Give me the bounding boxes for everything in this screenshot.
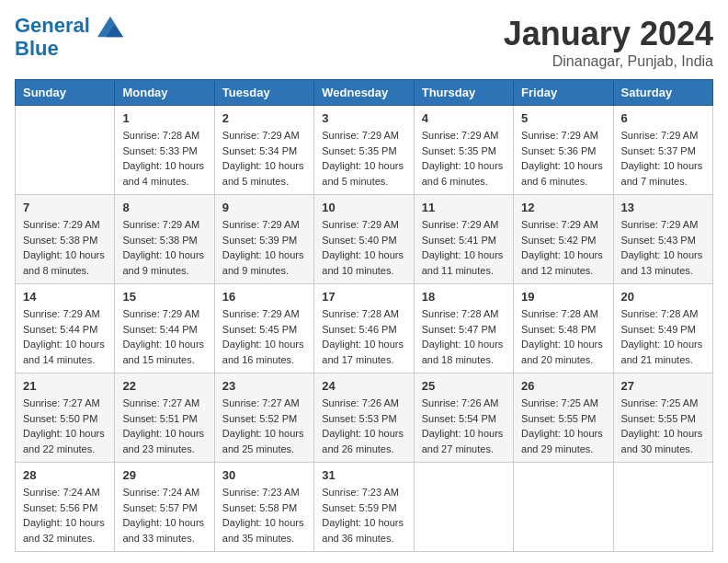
- day-cell: 26Sunrise: 7:25 AMSunset: 5:55 PMDayligh…: [514, 373, 613, 463]
- day-detail: Sunrise: 7:29 AMSunset: 5:43 PMDaylight:…: [621, 217, 705, 278]
- calendar-header: SundayMondayTuesdayWednesdayThursdayFrid…: [16, 80, 713, 106]
- day-detail: Sunrise: 7:26 AMSunset: 5:53 PMDaylight:…: [322, 396, 405, 456]
- day-detail: Sunrise: 7:28 AMSunset: 5:48 PMDaylight:…: [521, 306, 605, 367]
- logo-line2: Blue: [15, 38, 123, 60]
- day-detail: Sunrise: 7:29 AMSunset: 5:34 PMDaylight:…: [222, 128, 306, 189]
- day-number: 18: [422, 290, 506, 304]
- logo: General Blue: [15, 15, 123, 60]
- column-header-friday: Friday: [514, 80, 613, 106]
- day-number: 11: [422, 201, 506, 214]
- day-cell: 5Sunrise: 7:29 AMSunset: 5:36 PMDaylight…: [514, 106, 613, 195]
- day-number: 14: [23, 290, 107, 304]
- day-cell: 3Sunrise: 7:29 AMSunset: 5:35 PMDaylight…: [314, 106, 414, 195]
- day-detail: Sunrise: 7:28 AMSunset: 5:49 PMDaylight:…: [621, 306, 705, 367]
- day-cell: 24Sunrise: 7:26 AMSunset: 5:53 PMDayligh…: [314, 373, 414, 463]
- day-number: 30: [222, 468, 306, 482]
- day-number: 6: [621, 111, 705, 125]
- day-detail: Sunrise: 7:29 AMSunset: 5:45 PMDaylight:…: [222, 306, 306, 367]
- day-number: 28: [23, 468, 107, 482]
- day-detail: Sunrise: 7:28 AMSunset: 5:46 PMDaylight:…: [322, 306, 405, 367]
- day-detail: Sunrise: 7:29 AMSunset: 5:35 PMDaylight:…: [422, 128, 506, 189]
- day-cell: 20Sunrise: 7:28 AMSunset: 5:49 PMDayligh…: [613, 284, 712, 373]
- day-cell: 8Sunrise: 7:29 AMSunset: 5:38 PMDaylight…: [115, 195, 214, 284]
- day-cell: 19Sunrise: 7:28 AMSunset: 5:48 PMDayligh…: [514, 284, 613, 373]
- day-detail: Sunrise: 7:23 AMSunset: 5:58 PMDaylight:…: [222, 485, 306, 546]
- column-header-thursday: Thursday: [414, 80, 513, 106]
- day-detail: Sunrise: 7:27 AMSunset: 5:52 PMDaylight:…: [222, 396, 306, 456]
- day-number: 3: [322, 111, 405, 125]
- day-number: 19: [521, 290, 605, 304]
- day-detail: Sunrise: 7:24 AMSunset: 5:57 PMDaylight:…: [122, 485, 206, 546]
- day-detail: Sunrise: 7:29 AMSunset: 5:35 PMDaylight:…: [322, 128, 405, 189]
- day-cell: 29Sunrise: 7:24 AMSunset: 5:57 PMDayligh…: [115, 463, 214, 552]
- day-detail: Sunrise: 7:29 AMSunset: 5:38 PMDaylight:…: [23, 217, 107, 278]
- day-number: 29: [122, 468, 206, 482]
- day-detail: Sunrise: 7:25 AMSunset: 5:55 PMDaylight:…: [521, 396, 605, 456]
- day-number: 24: [322, 379, 405, 393]
- day-number: 12: [521, 201, 605, 214]
- week-row-4: 28Sunrise: 7:24 AMSunset: 5:56 PMDayligh…: [16, 463, 713, 552]
- day-cell: 10Sunrise: 7:29 AMSunset: 5:40 PMDayligh…: [314, 195, 414, 284]
- day-detail: Sunrise: 7:28 AMSunset: 5:33 PMDaylight:…: [122, 128, 206, 189]
- day-number: 16: [222, 290, 306, 304]
- day-cell: 31Sunrise: 7:23 AMSunset: 5:59 PMDayligh…: [314, 463, 414, 552]
- day-detail: Sunrise: 7:29 AMSunset: 5:38 PMDaylight:…: [122, 217, 206, 278]
- day-cell: 4Sunrise: 7:29 AMSunset: 5:35 PMDaylight…: [414, 106, 513, 195]
- location-title: Dinanagar, Punjab, India: [504, 53, 713, 70]
- day-detail: Sunrise: 7:23 AMSunset: 5:59 PMDaylight:…: [322, 485, 405, 546]
- column-header-saturday: Saturday: [613, 80, 712, 106]
- day-cell: [414, 463, 513, 552]
- week-row-2: 14Sunrise: 7:29 AMSunset: 5:44 PMDayligh…: [16, 284, 713, 373]
- day-cell: 14Sunrise: 7:29 AMSunset: 5:44 PMDayligh…: [16, 284, 115, 373]
- day-number: 20: [621, 290, 705, 304]
- logo-text: General: [15, 15, 123, 38]
- day-number: 1: [122, 111, 206, 125]
- day-number: 5: [521, 111, 605, 125]
- week-row-3: 21Sunrise: 7:27 AMSunset: 5:50 PMDayligh…: [16, 373, 713, 463]
- day-number: 13: [621, 201, 705, 214]
- month-title: January 2024: [504, 15, 713, 53]
- day-number: 2: [222, 111, 306, 125]
- day-number: 8: [122, 201, 206, 214]
- calendar-table: SundayMondayTuesdayWednesdayThursdayFrid…: [15, 79, 713, 552]
- day-number: 23: [222, 379, 306, 393]
- day-detail: Sunrise: 7:26 AMSunset: 5:54 PMDaylight:…: [422, 396, 506, 456]
- day-cell: 17Sunrise: 7:28 AMSunset: 5:46 PMDayligh…: [314, 284, 414, 373]
- day-cell: 12Sunrise: 7:29 AMSunset: 5:42 PMDayligh…: [514, 195, 613, 284]
- day-detail: Sunrise: 7:29 AMSunset: 5:40 PMDaylight:…: [322, 217, 405, 278]
- day-cell: 6Sunrise: 7:29 AMSunset: 5:37 PMDaylight…: [613, 106, 712, 195]
- day-number: 9: [222, 201, 306, 214]
- day-number: 10: [322, 201, 405, 214]
- day-detail: Sunrise: 7:27 AMSunset: 5:50 PMDaylight:…: [23, 396, 107, 456]
- day-detail: Sunrise: 7:24 AMSunset: 5:56 PMDaylight:…: [23, 485, 107, 546]
- day-cell: [514, 463, 613, 552]
- day-cell: 21Sunrise: 7:27 AMSunset: 5:50 PMDayligh…: [16, 373, 115, 463]
- day-cell: [16, 106, 115, 195]
- calendar-body: 1Sunrise: 7:28 AMSunset: 5:33 PMDaylight…: [16, 106, 713, 552]
- day-number: 21: [23, 379, 107, 393]
- day-number: 31: [322, 468, 405, 482]
- day-cell: 22Sunrise: 7:27 AMSunset: 5:51 PMDayligh…: [115, 373, 214, 463]
- week-row-0: 1Sunrise: 7:28 AMSunset: 5:33 PMDaylight…: [16, 106, 713, 195]
- day-cell: 27Sunrise: 7:25 AMSunset: 5:55 PMDayligh…: [613, 373, 712, 463]
- day-cell: 2Sunrise: 7:29 AMSunset: 5:34 PMDaylight…: [214, 106, 313, 195]
- column-header-tuesday: Tuesday: [214, 80, 313, 106]
- day-cell: 15Sunrise: 7:29 AMSunset: 5:44 PMDayligh…: [115, 284, 214, 373]
- day-detail: Sunrise: 7:29 AMSunset: 5:44 PMDaylight:…: [23, 306, 107, 367]
- day-number: 26: [521, 379, 605, 393]
- day-number: 4: [422, 111, 506, 125]
- day-cell: 13Sunrise: 7:29 AMSunset: 5:43 PMDayligh…: [613, 195, 712, 284]
- logo-icon: [97, 16, 123, 38]
- day-number: 22: [122, 379, 206, 393]
- day-number: 25: [422, 379, 506, 393]
- column-header-wednesday: Wednesday: [314, 80, 414, 106]
- day-number: 27: [621, 379, 705, 393]
- day-cell: 25Sunrise: 7:26 AMSunset: 5:54 PMDayligh…: [414, 373, 513, 463]
- day-cell: 23Sunrise: 7:27 AMSunset: 5:52 PMDayligh…: [214, 373, 313, 463]
- day-detail: Sunrise: 7:29 AMSunset: 5:37 PMDaylight:…: [621, 128, 705, 189]
- day-number: 7: [23, 201, 107, 214]
- day-cell: 9Sunrise: 7:29 AMSunset: 5:39 PMDaylight…: [214, 195, 313, 284]
- title-area: January 2024 Dinanagar, Punjab, India: [504, 15, 713, 70]
- day-detail: Sunrise: 7:29 AMSunset: 5:44 PMDaylight:…: [122, 306, 206, 367]
- day-cell: 16Sunrise: 7:29 AMSunset: 5:45 PMDayligh…: [214, 284, 313, 373]
